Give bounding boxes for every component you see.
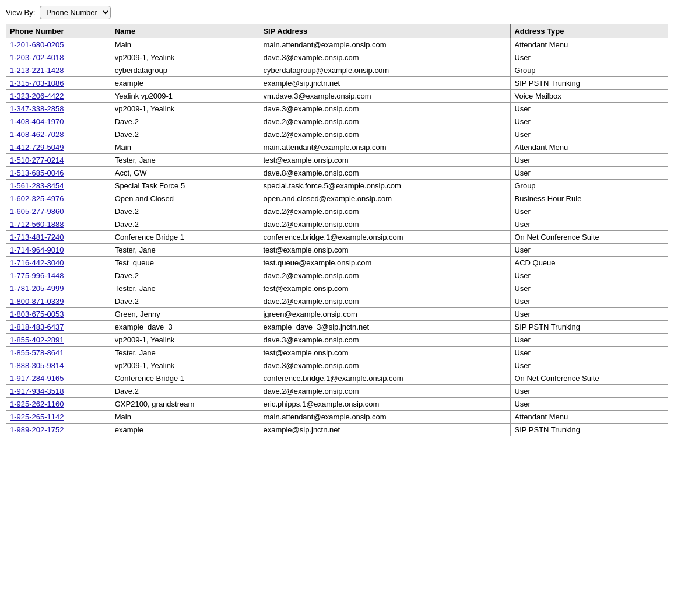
sip-address-cell: test@example.onsip.com [259, 282, 511, 295]
name-cell: Main [111, 38, 259, 51]
phone-number-cell[interactable]: 1-510-277-0214 [6, 154, 111, 167]
phone-number-link[interactable]: 1-408-404-1970 [10, 117, 64, 126]
view-by-select[interactable]: Phone NumberNameSIP AddressAddress Type [40, 6, 111, 19]
name-cell: Green, Jenny [111, 308, 259, 321]
sip-address-cell: dave.2@example.onsip.com [259, 128, 511, 141]
address-type-cell: User [511, 295, 668, 308]
phone-number-link[interactable]: 1-781-205-4999 [10, 284, 64, 293]
name-cell: Tester, Jane [111, 282, 259, 295]
phone-number-link[interactable]: 1-855-402-2891 [10, 335, 64, 344]
phone-number-link[interactable]: 1-989-202-1752 [10, 425, 64, 434]
address-type-cell: Business Hour Rule [511, 192, 668, 205]
phone-number-link[interactable]: 1-714-964-9010 [10, 246, 64, 254]
phone-number-cell[interactable]: 1-989-202-1752 [6, 424, 111, 436]
name-cell: Yealink vp2009-1 [111, 90, 259, 103]
phone-number-link[interactable]: 1-775-996-1448 [10, 271, 64, 280]
phone-number-link[interactable]: 1-716-442-3040 [10, 258, 64, 267]
phone-number-link[interactable]: 1-408-462-7028 [10, 130, 64, 139]
sip-address-cell: dave.2@example.onsip.com [259, 270, 511, 282]
phone-number-cell[interactable]: 1-408-404-1970 [6, 116, 111, 128]
column-header-sip-address: SIP Address [259, 24, 511, 38]
table-row: 1-714-964-9010Tester, Janetest@example.o… [6, 244, 668, 257]
phone-number-cell[interactable]: 1-803-675-0053 [6, 308, 111, 321]
table-row: 1-408-404-1970Dave.2dave.2@example.onsip… [6, 116, 668, 128]
phone-number-cell[interactable]: 1-855-402-2891 [6, 334, 111, 346]
phone-number-link[interactable]: 1-323-206-4422 [10, 92, 64, 100]
phone-number-link[interactable]: 1-561-283-8454 [10, 181, 64, 190]
phone-number-cell[interactable]: 1-412-729-5049 [6, 141, 111, 154]
phone-number-cell[interactable]: 1-201-680-0205 [6, 38, 111, 51]
table-row: 1-818-483-6437example_dave_3example_dave… [6, 321, 668, 334]
sip-address-cell: dave.2@example.onsip.com [259, 205, 511, 218]
phone-number-link[interactable]: 1-412-729-5049 [10, 143, 64, 152]
phone-number-link[interactable]: 1-925-262-1160 [10, 400, 64, 408]
table-row: 1-203-702-4018vp2009-1, Yealinkdave.3@ex… [6, 51, 668, 64]
phone-number-cell[interactable]: 1-855-578-8641 [6, 346, 111, 359]
phone-number-cell[interactable]: 1-925-262-1160 [6, 398, 111, 411]
table-row: 1-347-338-2858vp2009-1, Yealinkdave.3@ex… [6, 103, 668, 116]
phone-number-link[interactable]: 1-712-560-1888 [10, 220, 64, 229]
sip-address-cell: example@sip.jnctn.net [259, 424, 511, 436]
phone-number-link[interactable]: 1-800-871-0339 [10, 297, 64, 306]
phone-number-cell[interactable]: 1-513-685-0046 [6, 167, 111, 180]
name-cell: Tester, Jane [111, 244, 259, 257]
phone-number-cell[interactable]: 1-716-442-3040 [6, 257, 111, 270]
phone-number-cell[interactable]: 1-713-481-7240 [6, 231, 111, 244]
phone-number-cell[interactable]: 1-347-338-2858 [6, 103, 111, 116]
phone-number-cell[interactable]: 1-775-996-1448 [6, 270, 111, 282]
phone-number-cell[interactable]: 1-800-871-0339 [6, 295, 111, 308]
phone-number-link[interactable]: 1-818-483-6437 [10, 323, 64, 331]
phone-number-link[interactable]: 1-213-221-1428 [10, 66, 64, 75]
name-cell: vp2009-1, Yealink [111, 51, 259, 64]
sip-address-cell: dave.2@example.onsip.com [259, 116, 511, 128]
phone-number-cell[interactable]: 1-917-284-9165 [6, 372, 111, 385]
phone-number-cell[interactable]: 1-561-283-8454 [6, 180, 111, 192]
phone-number-link[interactable]: 1-917-934-3518 [10, 387, 64, 396]
sip-address-cell: conference.bridge.1@example.onsip.com [259, 372, 511, 385]
address-type-cell: On Net Conference Suite [511, 231, 668, 244]
phone-number-link[interactable]: 1-917-284-9165 [10, 374, 64, 383]
phone-number-link[interactable]: 1-315-703-1086 [10, 79, 64, 88]
phone-number-link[interactable]: 1-203-702-4018 [10, 53, 64, 62]
phone-number-link[interactable]: 1-513-685-0046 [10, 169, 64, 177]
phone-number-link[interactable]: 1-201-680-0205 [10, 40, 64, 49]
phone-number-cell[interactable]: 1-781-205-4999 [6, 282, 111, 295]
address-type-cell: Attendant Menu [511, 141, 668, 154]
phone-number-link[interactable]: 1-510-277-0214 [10, 156, 64, 164]
phone-number-cell[interactable]: 1-605-277-9860 [6, 205, 111, 218]
phone-number-link[interactable]: 1-713-481-7240 [10, 233, 64, 242]
phone-number-link[interactable]: 1-925-265-1142 [10, 412, 64, 421]
phone-number-link[interactable]: 1-605-277-9860 [10, 207, 64, 216]
phone-number-cell[interactable]: 1-818-483-6437 [6, 321, 111, 334]
phone-number-cell[interactable]: 1-323-206-4422 [6, 90, 111, 103]
phone-number-link[interactable]: 1-803-675-0053 [10, 310, 64, 318]
sip-address-cell: main.attendant@example.onsip.com [259, 141, 511, 154]
phone-number-cell[interactable]: 1-408-462-7028 [6, 128, 111, 141]
name-cell: cyberdatagroup [111, 64, 259, 77]
table-row: 1-855-402-2891vp2009-1, Yealinkdave.3@ex… [6, 334, 668, 346]
phone-number-link[interactable]: 1-347-338-2858 [10, 104, 64, 113]
phone-number-link[interactable]: 1-888-305-9814 [10, 361, 64, 370]
phone-number-link[interactable]: 1-855-578-8641 [10, 348, 64, 357]
phone-number-cell[interactable]: 1-213-221-1428 [6, 64, 111, 77]
phone-number-link[interactable]: 1-602-325-4976 [10, 194, 64, 203]
phone-number-cell[interactable]: 1-203-702-4018 [6, 51, 111, 64]
phone-number-cell[interactable]: 1-917-934-3518 [6, 385, 111, 398]
name-cell: Main [111, 411, 259, 424]
sip-address-cell: cyberdatagroup@example.onsip.com [259, 64, 511, 77]
phone-number-cell[interactable]: 1-315-703-1086 [6, 77, 111, 90]
sip-address-cell: main.attendant@example.onsip.com [259, 38, 511, 51]
sip-address-cell: example@sip.jnctn.net [259, 77, 511, 90]
phone-number-cell[interactable]: 1-925-265-1142 [6, 411, 111, 424]
phone-number-cell[interactable]: 1-712-560-1888 [6, 218, 111, 231]
view-by-container: View By: Phone NumberNameSIP AddressAddr… [6, 6, 668, 19]
sip-address-cell: test@example.onsip.com [259, 244, 511, 257]
table-row: 1-605-277-9860Dave.2dave.2@example.onsip… [6, 205, 668, 218]
sip-address-cell: dave.2@example.onsip.com [259, 218, 511, 231]
name-cell: GXP2100, grandstream [111, 398, 259, 411]
phone-number-cell[interactable]: 1-602-325-4976 [6, 192, 111, 205]
address-type-cell: Group [511, 64, 668, 77]
phone-number-cell[interactable]: 1-888-305-9814 [6, 359, 111, 372]
phone-number-cell[interactable]: 1-714-964-9010 [6, 244, 111, 257]
sip-address-cell: dave.8@example.onsip.com [259, 167, 511, 180]
